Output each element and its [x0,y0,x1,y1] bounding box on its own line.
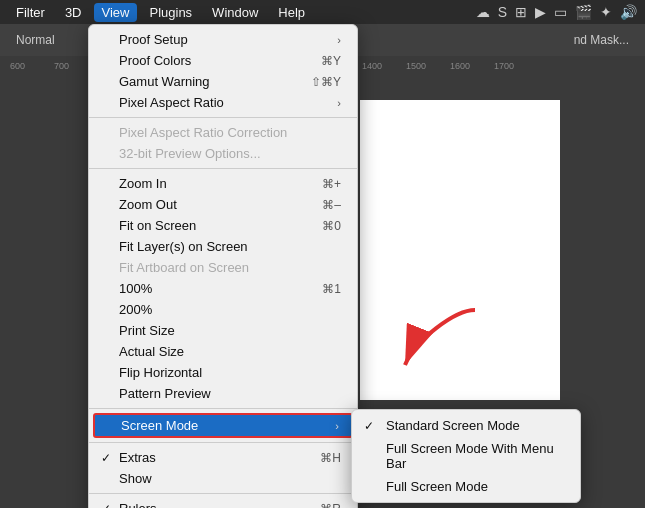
separator [89,408,357,409]
ruler-num: 1700 [494,61,538,71]
scrubby-icon[interactable]: S [498,4,507,20]
shortcut: ⌘– [322,198,341,212]
menu-item-label: 100% [119,281,302,296]
menu-item-label: Actual Size [119,344,341,359]
menu-item-200[interactable]: 200% [89,299,357,320]
menu-item-proof-setup[interactable]: Proof Setup › [89,29,357,50]
menu-item-pixel-correction: Pixel Aspect Ratio Correction [89,122,357,143]
menubar-view[interactable]: View [94,3,138,22]
submenu-arrow: › [335,420,339,432]
menu-item-fit-artboard: Fit Artboard on Screen [89,257,357,278]
shortcut: ⌘0 [322,219,341,233]
shortcut: ⌘Y [321,54,341,68]
menu-item-label: Proof Colors [119,53,301,68]
volume-icon[interactable]: 🔊 [620,4,637,20]
submenu-item-label: Full Screen Mode With Menu Bar [386,441,564,471]
menu-item-label: Pixel Aspect Ratio [119,95,331,110]
menu-item-flip-h[interactable]: Flip Horizontal [89,362,357,383]
menu-item-label: Fit Artboard on Screen [119,260,341,275]
separator [89,442,357,443]
submenu-item-label: Standard Screen Mode [386,418,520,433]
screen-mode-submenu: ✓ Standard Screen Mode ✓ Full Screen Mod… [351,409,581,503]
play-icon[interactable]: ▶ [535,4,546,20]
mask-button[interactable]: nd Mask... [568,31,635,49]
menu-item-label: Gamut Warning [119,74,291,89]
menu-item-label: Zoom Out [119,197,302,212]
menu-item-fit-screen[interactable]: Fit on Screen ⌘0 [89,215,357,236]
grid-icon[interactable]: ⊞ [515,4,527,20]
menu-item-zoom-in[interactable]: Zoom In ⌘+ [89,173,357,194]
menubar-plugins[interactable]: Plugins [141,3,200,22]
menu-item-label: Fit Layer(s) on Screen [119,239,341,254]
menu-bar-right: ☁ S ⊞ ▶ ▭ 🎬 ✦ 🔊 [476,4,637,20]
separator [89,168,357,169]
shortcut: ⇧⌘Y [311,75,341,89]
menu-item-screen-mode[interactable]: Screen Mode › [93,413,353,438]
submenu-item-fullscreen-menu[interactable]: ✓ Full Screen Mode With Menu Bar [352,437,580,475]
menu-item-label: Pixel Aspect Ratio Correction [119,125,341,140]
menu-item-zoom-out[interactable]: Zoom Out ⌘– [89,194,357,215]
menu-item-label: Flip Horizontal [119,365,341,380]
menu-item-pattern-preview[interactable]: Pattern Preview [89,383,357,404]
shortcut: ⌘H [320,451,341,465]
menu-item-proof-colors[interactable]: Proof Colors ⌘Y [89,50,357,71]
check-icon: ✓ [101,451,117,465]
menu-item-100[interactable]: 100% ⌘1 [89,278,357,299]
submenu-item-fullscreen[interactable]: ✓ Full Screen Mode [352,475,580,498]
view-menu: Proof Setup › Proof Colors ⌘Y Gamut Warn… [88,24,358,508]
canvas [360,100,560,400]
menu-item-rulers[interactable]: ✓ Rulers ⌘R [89,498,357,508]
menu-item-label: Fit on Screen [119,218,302,233]
check-icon: ✓ [101,502,117,509]
menu-item-label: Extras [119,450,300,465]
menubar-filter[interactable]: Filter [8,3,53,22]
screen-icon[interactable]: ▭ [554,4,567,20]
menu-item-label: 200% [119,302,341,317]
menu-item-label: Pattern Preview [119,386,341,401]
ruler-num: 600 [10,61,54,71]
menubar-3d[interactable]: 3D [57,3,90,22]
submenu-arrow: › [337,34,341,46]
menu-item-fit-layers[interactable]: Fit Layer(s) on Screen [89,236,357,257]
bluetooth-icon[interactable]: ✦ [600,4,612,20]
screen-mode-row: Screen Mode › ✓ Standard Screen Mode ✓ F… [89,413,357,438]
menu-item-gamut[interactable]: Gamut Warning ⇧⌘Y [89,71,357,92]
submenu-item-label: Full Screen Mode [386,479,488,494]
video-icon[interactable]: 🎬 [575,4,592,20]
separator [89,493,357,494]
menubar-window[interactable]: Window [204,3,266,22]
menu-item-label: Screen Mode [121,418,329,433]
submenu-arrow: › [337,97,341,109]
menu-item-label: Zoom In [119,176,302,191]
menu-item-extras[interactable]: ✓ Extras ⌘H [89,447,357,468]
shortcut: ⌘R [320,502,341,509]
menu-item-label: 32-bit Preview Options... [119,146,341,161]
menu-item-show[interactable]: Show [89,468,357,489]
menu-item-32bit: 32-bit Preview Options... [89,143,357,164]
ruler-num: 1500 [406,61,450,71]
menu-bar: Filter 3D View Plugins Window Help ☁ S ⊞… [0,0,645,24]
menu-item-label: Print Size [119,323,341,338]
mode-selector[interactable]: Normal [10,31,61,49]
menu-item-label: Rulers [119,501,300,508]
shortcut: ⌘+ [322,177,341,191]
menu-item-label: Show [119,471,341,486]
menu-item-pixel-aspect[interactable]: Pixel Aspect Ratio › [89,92,357,113]
menubar-help[interactable]: Help [270,3,313,22]
menu-item-label: Proof Setup [119,32,331,47]
submenu-item-standard[interactable]: ✓ Standard Screen Mode [352,414,580,437]
menu-item-print-size[interactable]: Print Size [89,320,357,341]
separator [89,117,357,118]
ruler-num: 1600 [450,61,494,71]
shortcut: ⌘1 [322,282,341,296]
cloud-icon[interactable]: ☁ [476,4,490,20]
menu-item-actual-size[interactable]: Actual Size [89,341,357,362]
check-icon: ✓ [364,419,380,433]
ruler-num: 1400 [362,61,406,71]
